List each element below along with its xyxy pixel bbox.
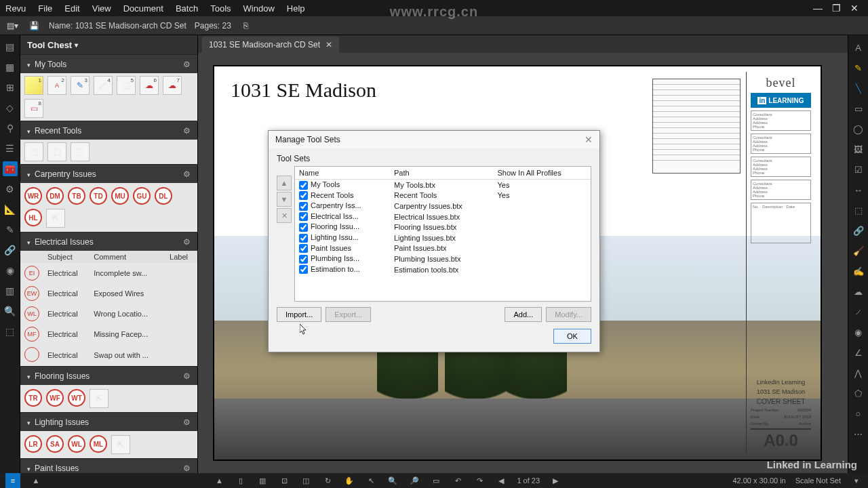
row-checkbox[interactable] bbox=[299, 223, 308, 232]
section-my-tools[interactable]: ▾My Tools ⚙ bbox=[20, 54, 197, 73]
section-lighting[interactable]: ▾Lighting Issues ⚙ bbox=[20, 412, 197, 431]
menu-revu[interactable]: Revu bbox=[5, 3, 26, 14]
toolset-row[interactable]: Paint IssuesPaint Issues.btx bbox=[295, 243, 591, 254]
pan-icon[interactable]: ✋ bbox=[343, 476, 355, 485]
capture-icon[interactable]: ⬚ bbox=[852, 203, 865, 217]
lighting-badge[interactable]: SA bbox=[46, 435, 64, 453]
zoom2-icon[interactable]: 🔎 bbox=[408, 476, 420, 485]
search-icon[interactable]: 🔍 bbox=[3, 304, 18, 319]
menu-view[interactable]: View bbox=[92, 3, 111, 14]
section-carpentry[interactable]: ▾Carpentry Issues ⚙ bbox=[20, 164, 197, 183]
sign-icon[interactable]: ✍ bbox=[852, 264, 865, 278]
flooring-extra-tool[interactable]: ⇱ bbox=[90, 389, 108, 408]
layers-icon[interactable]: ◇ bbox=[3, 100, 18, 115]
measure-icon[interactable]: ↔ bbox=[852, 183, 865, 197]
carpentry-extra-tool[interactable]: ⇱ bbox=[46, 209, 65, 228]
polyline-icon[interactable]: ⋀ bbox=[852, 366, 865, 380]
file-dropdown-icon[interactable]: ▤▾ bbox=[5, 19, 19, 33]
toolset-row[interactable]: My ToolsMy Tools.btxYes bbox=[295, 180, 591, 190]
thumbnails-icon[interactable]: ▦ bbox=[3, 60, 18, 75]
lighting-extra-tool[interactable]: ⇱ bbox=[111, 435, 130, 454]
flooring-badge[interactable]: WF bbox=[46, 389, 64, 407]
length-icon[interactable]: ⟋ bbox=[852, 305, 865, 319]
electrical-row[interactable]: ElectricalSwap out with ... bbox=[20, 344, 197, 366]
import-button[interactable]: Import... bbox=[277, 307, 321, 322]
electrical-row[interactable]: MFElectricalMissing Facep... bbox=[20, 324, 197, 344]
recent-tool-1[interactable]: ⬚ bbox=[24, 142, 43, 161]
grid-icon[interactable]: ⊞ bbox=[3, 80, 18, 95]
section-paint[interactable]: ▾Paint Issues ⚙ bbox=[20, 458, 197, 473]
carpentry-badge[interactable]: WR bbox=[24, 187, 42, 205]
window-restore-icon[interactable]: ❐ bbox=[832, 3, 841, 14]
electrical-row[interactable]: EWElectricalExposed Wires bbox=[20, 283, 197, 304]
text-icon[interactable]: A bbox=[852, 41, 865, 54]
select-icon[interactable]: ↖ bbox=[365, 476, 377, 485]
line-icon[interactable]: ╲ bbox=[852, 81, 865, 95]
carpentry-badge[interactable]: TD bbox=[90, 187, 107, 205]
row-checkbox[interactable] bbox=[299, 212, 308, 221]
electrical-row[interactable]: EIElectricalIncomplete sw... bbox=[20, 263, 197, 283]
zoom-icon[interactable]: 🔍 bbox=[387, 476, 399, 485]
angle-icon[interactable]: ∠ bbox=[852, 346, 865, 359]
fit-page-icon[interactable]: ⊡ bbox=[278, 476, 290, 485]
bookmarks-icon[interactable]: ☰ bbox=[3, 141, 18, 156]
flooring-badge[interactable]: TR bbox=[24, 389, 42, 407]
tool-rectcloud[interactable]: ▭8 bbox=[24, 99, 43, 118]
carpentry-badge[interactable]: DM bbox=[46, 187, 64, 205]
next-page-icon[interactable]: ▶ bbox=[549, 476, 561, 485]
polygon-icon[interactable]: ⬠ bbox=[852, 386, 865, 400]
split-icon[interactable]: ◫ bbox=[300, 476, 312, 485]
toolsets-list[interactable]: Name Path Show In All Profiles My ToolsM… bbox=[294, 166, 591, 302]
studio-icon[interactable]: ⬚ bbox=[3, 324, 18, 339]
cloud-markup-icon[interactable]: ☁ bbox=[852, 285, 865, 298]
sets-icon[interactable]: ▥ bbox=[3, 283, 18, 298]
row-checkbox[interactable] bbox=[299, 202, 308, 211]
document-tab[interactable]: 1031 SE Madison-arch CD Set ✕ bbox=[202, 37, 339, 53]
tool-callout[interactable]: ⬚5 bbox=[117, 76, 136, 95]
add-button[interactable]: Add... bbox=[505, 307, 542, 322]
ok-button[interactable]: OK bbox=[553, 329, 591, 344]
carpentry-badge[interactable]: DL bbox=[155, 187, 172, 205]
tool-line[interactable]: ／4 bbox=[94, 76, 113, 95]
window-close-icon[interactable]: ✕ bbox=[850, 3, 859, 14]
marker-icon[interactable]: ▲ bbox=[30, 476, 42, 485]
undo-icon[interactable]: ↶ bbox=[452, 476, 464, 485]
places-icon[interactable]: ⚲ bbox=[3, 121, 18, 136]
tool-textbox[interactable]: A2 bbox=[47, 76, 66, 95]
lighting-badge[interactable]: ML bbox=[90, 435, 107, 453]
shapes-icon[interactable]: ◯ bbox=[852, 122, 865, 136]
flooring-badge[interactable]: WT bbox=[68, 389, 85, 407]
page-indicator[interactable]: 1 of 23 bbox=[517, 476, 540, 485]
ellipse-marker-icon[interactable]: ○ bbox=[852, 407, 865, 420]
menu-batch[interactable]: Batch bbox=[176, 3, 198, 14]
section-electrical[interactable]: ▾Electrical Issues ⚙ bbox=[20, 232, 197, 251]
section-flooring[interactable]: ▾Flooring Issues ⚙ bbox=[20, 366, 197, 385]
tab-close-icon[interactable]: ✕ bbox=[326, 40, 332, 49]
menu-document[interactable]: Document bbox=[123, 3, 163, 14]
hyperlink-icon[interactable]: 🔗 bbox=[852, 224, 865, 237]
properties-icon[interactable]: ⚙ bbox=[3, 182, 18, 197]
toolset-row[interactable]: Lighting Issu...Lighting Issues.btx bbox=[295, 232, 591, 243]
menu-help[interactable]: Help bbox=[287, 3, 305, 14]
carpentry-badge[interactable]: HL bbox=[24, 209, 42, 226]
redo-icon[interactable]: ↷ bbox=[473, 476, 486, 485]
gear-icon[interactable]: ⚙ bbox=[183, 169, 191, 179]
scale-indicator[interactable]: Scale Not Set bbox=[795, 476, 841, 485]
continuous-icon[interactable]: ▥ bbox=[256, 476, 269, 485]
tool-cloud[interactable]: ☁6 bbox=[140, 76, 159, 95]
chevron-down-icon[interactable]: ▾ bbox=[850, 476, 863, 485]
move-up-button[interactable]: ▲ bbox=[277, 176, 292, 190]
window-minimize-icon[interactable]: — bbox=[813, 3, 823, 14]
pen-icon[interactable]: ✎ bbox=[852, 61, 865, 75]
stamps-icon[interactable]: ◉ bbox=[3, 263, 18, 278]
overflow-icon[interactable]: ⋯ bbox=[852, 427, 865, 441]
gear-icon[interactable]: ⚙ bbox=[183, 464, 191, 473]
count-icon[interactable]: ◉ bbox=[852, 325, 865, 339]
eraser-icon[interactable]: 🧹 bbox=[852, 244, 865, 258]
gear-icon[interactable]: ⚙ bbox=[183, 371, 191, 381]
move-down-button[interactable]: ▼ bbox=[277, 192, 292, 207]
gear-icon[interactable]: ⚙ bbox=[183, 60, 191, 69]
toolset-row[interactable]: Recent ToolsRecent ToolsYes bbox=[295, 190, 591, 201]
menu-edit[interactable]: Edit bbox=[64, 3, 79, 14]
delete-button[interactable]: ✕ bbox=[277, 208, 292, 223]
